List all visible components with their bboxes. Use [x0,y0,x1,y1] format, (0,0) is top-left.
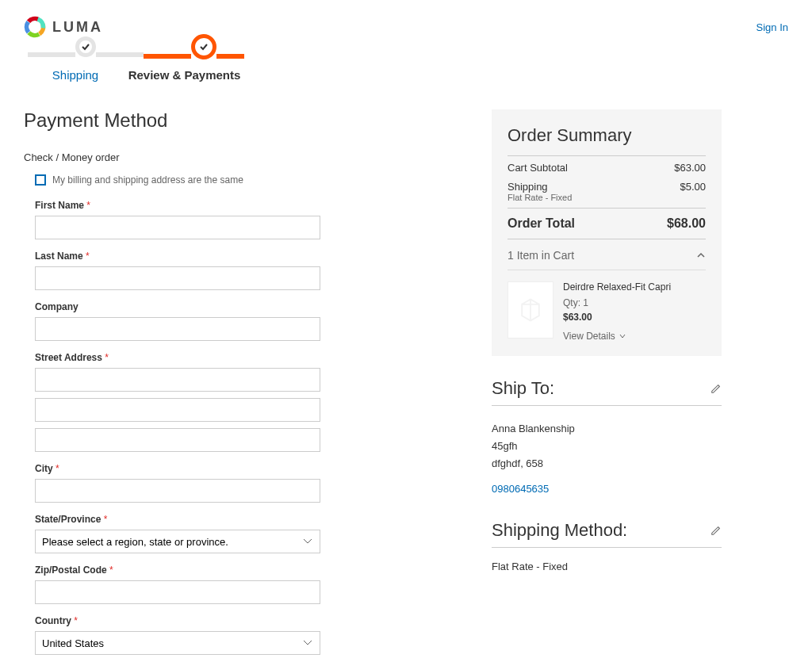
item-name: Deirdre Relaxed-Fit Capri [563,281,671,293]
company-input[interactable] [35,317,320,341]
sign-in-link[interactable]: Sign In [756,21,788,33]
progress-step-shipping-icon [75,36,96,57]
cart-item: Deirdre Relaxed-Fit Capri Qty: 1 $63.00 … [508,270,706,342]
logo[interactable]: LUMA [24,16,103,38]
total-value: $68.00 [667,216,706,231]
shipto-line1: 45gfh [492,438,722,455]
same-address-checkbox[interactable] [35,174,46,186]
checkout-progress [28,52,788,59]
payment-method-label: Check / Money order [24,151,468,163]
total-label: Order Total [508,216,575,231]
page-title: Payment Method [24,109,468,132]
street-label: Street Address [35,352,320,363]
item-qty: Qty: 1 [563,297,671,308]
company-label: Company [35,301,320,312]
subtotal-label: Cart Subtotal [508,162,568,174]
shipping-label: Shipping [508,181,572,193]
shipto-title: Ship To: [492,378,554,399]
street-input-1[interactable] [35,368,320,392]
zip-label: Zip/Postal Code [35,564,320,576]
logo-text: LUMA [52,19,103,36]
shipmethod-value: Flat Rate - Fixed [492,561,722,572]
same-address-label: My billing and shipping address are the … [52,174,243,186]
item-price: $63.00 [563,312,671,323]
first-name-input[interactable] [35,216,320,239]
chevron-up-icon [696,251,706,260]
state-select[interactable]: Please select a region, state or provinc… [35,530,320,553]
cart-count-label: 1 Item in Cart [508,249,574,262]
shipto-line2: dfghdf, 658 [492,455,722,473]
luma-logo-icon [24,16,46,38]
chevron-down-icon [619,332,626,340]
cart-items-toggle[interactable]: 1 Item in Cart [508,239,706,270]
last-name-label: Last Name [35,251,320,262]
first-name-label: First Name [35,200,320,211]
zip-input[interactable] [35,580,320,604]
shipping-value: $5.00 [680,181,706,202]
city-input[interactable] [35,479,320,503]
street-input-2[interactable] [35,398,320,422]
progress-step-review-icon [191,34,216,59]
shipmethod-title: Shipping Method: [492,520,627,541]
edit-shipto-icon[interactable] [710,383,722,394]
progress-step-review: Review & Payments [128,68,241,82]
country-label: Country [35,615,320,626]
subtotal-value: $63.00 [674,162,706,174]
order-summary: Order Summary Cart Subtotal $63.00 Shipp… [492,109,722,356]
last-name-input[interactable] [35,266,320,290]
shipto-name: Anna Blankenship [492,420,722,438]
progress-step-shipping[interactable]: Shipping [52,68,98,82]
shipping-sub: Flat Rate - Fixed [508,193,572,202]
city-label: City [35,463,320,474]
order-summary-title: Order Summary [508,125,706,146]
shipto-phone[interactable]: 0980645635 [492,480,722,498]
street-input-3[interactable] [35,428,320,452]
view-details-toggle[interactable]: View Details [563,331,671,342]
country-select[interactable]: United States [35,631,320,655]
product-thumbnail [508,281,553,339]
state-label: State/Province [35,514,320,525]
edit-shipmethod-icon[interactable] [710,525,722,536]
